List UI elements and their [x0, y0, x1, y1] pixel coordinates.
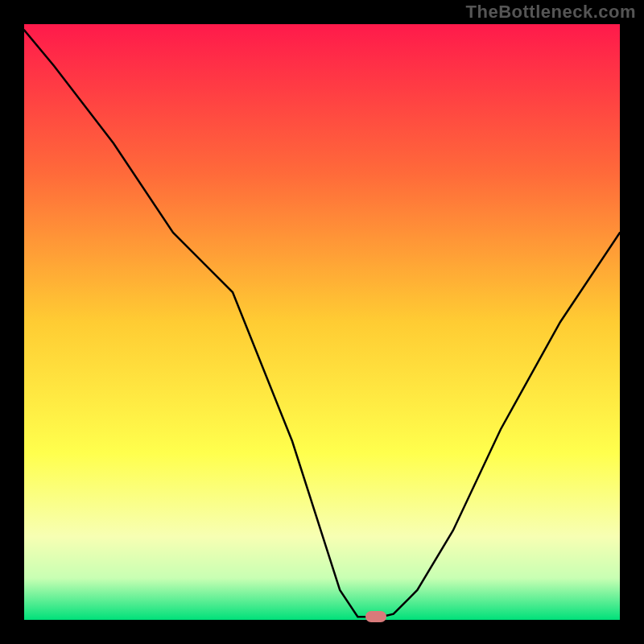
chart-background-gradient [24, 24, 620, 620]
chart-marker [365, 611, 386, 622]
chart-svg [24, 24, 620, 620]
plot-area [24, 24, 620, 620]
chart-container: TheBottleneck.com [0, 0, 644, 644]
watermark-text: TheBottleneck.com [466, 2, 636, 23]
